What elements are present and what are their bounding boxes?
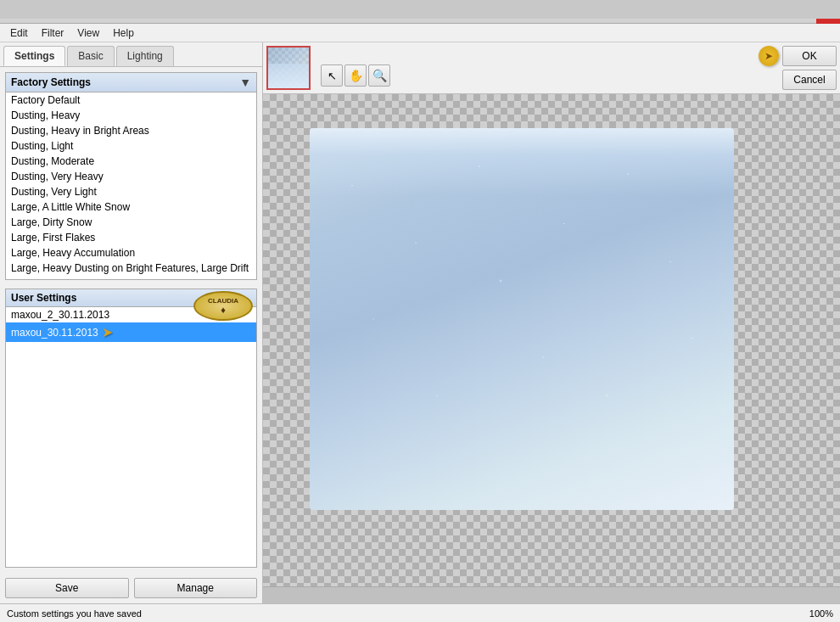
cancel-button[interactable]: Cancel <box>782 70 837 90</box>
badge-text-line2: ♦ <box>221 305 226 315</box>
list-item[interactable]: Dusting, Heavy <box>6 108 256 123</box>
manage-button[interactable]: Manage <box>134 578 258 598</box>
list-item[interactable]: Dusting, Moderate <box>6 154 256 169</box>
canvas-bottom-bar <box>263 586 840 603</box>
tab-bar: Settings Basic Lighting <box>0 42 262 67</box>
tab-lighting[interactable]: Lighting <box>116 46 174 66</box>
tool-buttons: ↖ ✋ 🔍 <box>321 64 390 90</box>
list-item[interactable]: Large, Heavy Accumulation <box>6 245 256 261</box>
list-item[interactable]: Factory Default <box>6 92 256 108</box>
list-item[interactable]: Large, Heavy Dusting on Bright Features,… <box>6 276 256 279</box>
tab-basic[interactable]: Basic <box>67 46 114 66</box>
list-item[interactable]: Dusting, Very Light <box>6 184 256 199</box>
preview-snow <box>268 64 309 88</box>
claudia-badge: CLAUDIA ♦ <box>193 291 253 321</box>
arrow-icon: ➤ <box>102 324 113 340</box>
factory-settings-header: Factory Settings ▼ <box>6 73 256 92</box>
menu-edit[interactable]: Edit <box>3 25 35 41</box>
menu-bar: Edit Filter View Help <box>0 24 840 42</box>
ok-button-group: ➤ OK <box>759 46 837 66</box>
factory-settings-list: Factory Default Dusting, Heavy Dusting, … <box>6 92 256 279</box>
factory-settings-panel: Factory Settings ▼ Factory Default Dusti… <box>5 72 257 280</box>
ok-arrow-icon: ➤ <box>759 46 779 66</box>
menu-help[interactable]: Help <box>106 25 141 41</box>
user-settings-list: maxou_2_30.11.2013 maxou_30.11.2013 ➤ <box>6 307 256 567</box>
ok-cancel-buttons: ➤ OK Cancel <box>759 46 837 90</box>
left-panel: Settings Basic Lighting Factory Settings… <box>0 42 263 603</box>
list-item[interactable]: Dusting, Very Heavy <box>6 169 256 184</box>
list-item[interactable]: Dusting, Light <box>6 138 256 154</box>
status-message: Custom settings you have saved <box>7 608 142 619</box>
right-top-bar: ↖ ✋ 🔍 ➤ OK Cancel <box>263 42 840 94</box>
zoom-tool-button[interactable]: 🔍 <box>368 64 390 87</box>
snow-preview-image <box>310 128 734 510</box>
preview-thumbnail[interactable] <box>266 46 311 90</box>
list-item[interactable]: Large, First Flakes <box>6 230 256 245</box>
list-item-selected[interactable]: maxou_30.11.2013 ➤ <box>6 322 256 342</box>
arrow-tool-button[interactable]: ↖ <box>321 64 343 87</box>
badge-text-line1: CLAUDIA <box>208 297 238 305</box>
snow-sparkles <box>310 128 734 510</box>
canvas-area[interactable] <box>263 94 840 586</box>
menu-view[interactable]: View <box>70 25 106 41</box>
list-item[interactable]: Large, Heavy Dusting on Bright Features,… <box>6 261 256 276</box>
ok-button[interactable]: OK <box>782 46 837 66</box>
user-settings-header: User Settings CLAUDIA ♦ <box>6 289 256 307</box>
user-settings-title: User Settings <box>11 292 76 304</box>
list-item[interactable]: Large, Dirty Snow <box>6 215 256 230</box>
menu-filter[interactable]: Filter <box>35 25 71 41</box>
snow-background <box>310 128 734 510</box>
factory-settings-list-container[interactable]: Factory Default Dusting, Heavy Dusting, … <box>6 92 256 279</box>
list-item[interactable]: Large, A Little White Snow <box>6 199 256 215</box>
main-content: Settings Basic Lighting Factory Settings… <box>0 42 840 603</box>
status-bar: Custom settings you have saved 100% <box>0 603 840 622</box>
right-panel: ↖ ✋ 🔍 ➤ OK Cancel <box>263 42 840 603</box>
save-button[interactable]: Save <box>5 578 129 598</box>
factory-settings-title: Factory Settings <box>11 76 91 88</box>
tab-settings[interactable]: Settings <box>3 46 65 66</box>
collapse-icon[interactable]: ▼ <box>239 76 251 89</box>
selected-item-label: maxou_30.11.2013 <box>11 327 98 339</box>
hand-tool-button[interactable]: ✋ <box>344 64 367 87</box>
bottom-buttons: Save Manage <box>0 573 262 603</box>
list-item[interactable]: Dusting, Heavy in Bright Areas <box>6 123 256 138</box>
zoom-level: 100% <box>809 608 833 619</box>
user-settings-panel: User Settings CLAUDIA ♦ maxou_2_30.11.20… <box>5 289 257 568</box>
